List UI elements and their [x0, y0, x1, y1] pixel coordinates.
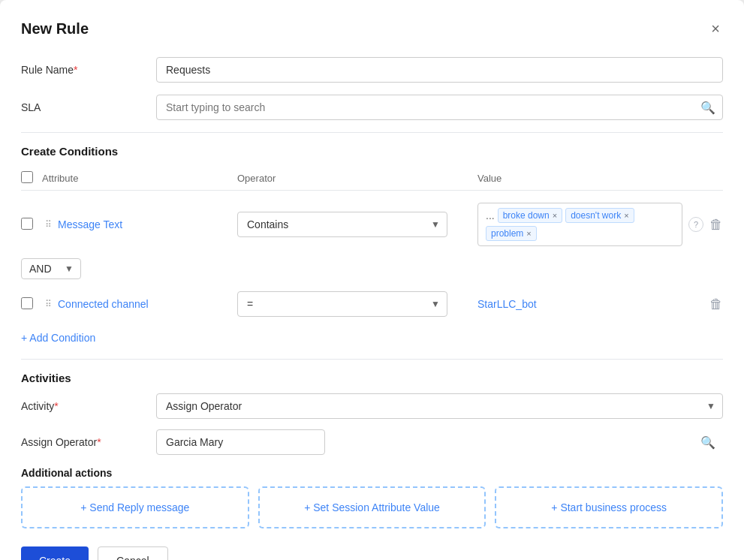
- start-business-process-button[interactable]: + Start business process: [495, 486, 723, 528]
- operator-select-1[interactable]: Contains Does not contain Equal Not equa…: [237, 212, 447, 237]
- condition-row-message-text: ⠿ Message Text Contains Does not contain…: [21, 197, 723, 252]
- activity-select[interactable]: Assign Operator Send Message Set Attribu…: [156, 393, 723, 419]
- activity-label: Activity*: [21, 400, 156, 412]
- conditions-section: Create Conditions Attribute Operator Val…: [21, 145, 723, 347]
- cancel-button[interactable]: Cancel: [98, 546, 168, 560]
- operator-select-2[interactable]: = !=: [237, 291, 447, 317]
- activities-title: Activities: [21, 372, 723, 384]
- divider-2: [21, 359, 723, 360]
- delete-condition-1[interactable]: 🗑: [709, 217, 723, 233]
- modal-header: New Rule ×: [21, 18, 723, 39]
- additional-actions-title: Additional actions: [21, 467, 723, 479]
- tag-close-problem[interactable]: ×: [526, 229, 531, 238]
- activity-row: Activity* Assign Operator Send Message S…: [21, 393, 723, 419]
- search-icon: 🔍: [700, 101, 715, 115]
- assign-operator-row: Assign Operator* 🔍: [21, 429, 723, 455]
- col-operator-header: Operator: [237, 173, 477, 184]
- conditions-header: Attribute Operator Value: [21, 167, 723, 191]
- attribute-message-text[interactable]: Message Text: [58, 218, 122, 230]
- col-attribute-header: Attribute: [42, 173, 237, 184]
- assign-search-icon: 🔍: [700, 435, 715, 450]
- footer-buttons: Create Cancel: [21, 546, 723, 560]
- modal-title: New Rule: [21, 20, 89, 38]
- and-row: AND OR ▼: [21, 258, 723, 279]
- and-select[interactable]: AND OR: [21, 258, 81, 279]
- condition-row-connected-channel: ⠿ Connected channel = != ▼ StarLLC_bot 🗑: [21, 285, 723, 323]
- divider-1: [21, 132, 723, 133]
- value-cell-1: ... broke down × doesn't work × problem …: [477, 203, 723, 246]
- condition-1-checkbox[interactable]: [21, 218, 33, 230]
- tag-problem: problem ×: [486, 226, 537, 241]
- tag-close-broke-down[interactable]: ×: [553, 211, 557, 220]
- value-cell-2: StarLLC_bot 🗑: [477, 297, 723, 312]
- create-button[interactable]: Create: [21, 546, 89, 560]
- select-all-checkbox[interactable]: [21, 171, 33, 183]
- send-reply-button[interactable]: + Send Reply message: [21, 486, 249, 528]
- rule-name-row: Rule Name*: [21, 57, 723, 83]
- attribute-connected-channel[interactable]: Connected channel: [58, 298, 149, 310]
- add-condition-button[interactable]: + Add Condition: [21, 329, 95, 347]
- sla-row: SLA 🔍: [21, 95, 723, 120]
- new-rule-modal: New Rule × Rule Name* SLA 🔍 Create Condi…: [0, 0, 744, 560]
- delete-condition-2[interactable]: 🗑: [709, 297, 723, 312]
- sla-label: SLA: [21, 101, 156, 113]
- assign-operator-input[interactable]: [156, 429, 325, 455]
- value-starllc-bot: StarLLC_bot: [477, 298, 537, 310]
- drag-handle-2: ⠿: [45, 299, 52, 309]
- col-value-header: Value: [477, 173, 723, 184]
- rule-name-input[interactable]: [156, 57, 723, 83]
- sla-search-wrapper: 🔍: [156, 95, 723, 120]
- tag-doesnt-work: doesn't work ×: [565, 208, 634, 223]
- help-icon-1[interactable]: ?: [688, 217, 703, 232]
- tag-close-doesnt-work[interactable]: ×: [624, 211, 628, 220]
- rule-name-label: Rule Name*: [21, 64, 156, 76]
- tag-broke-down: broke down ×: [498, 208, 562, 223]
- activities-section: Activities Activity* Assign Operator Sen…: [21, 372, 723, 455]
- conditions-title: Create Conditions: [21, 145, 723, 158]
- drag-handle-1: ⠿: [45, 219, 52, 230]
- sla-search-input[interactable]: [156, 95, 723, 120]
- assign-operator-label: Assign Operator*: [21, 436, 156, 448]
- additional-actions-section: Additional actions + Send Reply message …: [21, 467, 723, 528]
- close-button[interactable]: ×: [708, 18, 723, 39]
- ellipsis-1: ...: [486, 209, 495, 221]
- condition-2-checkbox[interactable]: [21, 297, 33, 309]
- tags-container-1[interactable]: ... broke down × doesn't work × problem …: [477, 203, 682, 246]
- action-buttons-container: + Send Reply message + Set Session Attri…: [21, 486, 723, 528]
- set-session-attribute-button[interactable]: + Set Session Attribute Value: [258, 486, 486, 528]
